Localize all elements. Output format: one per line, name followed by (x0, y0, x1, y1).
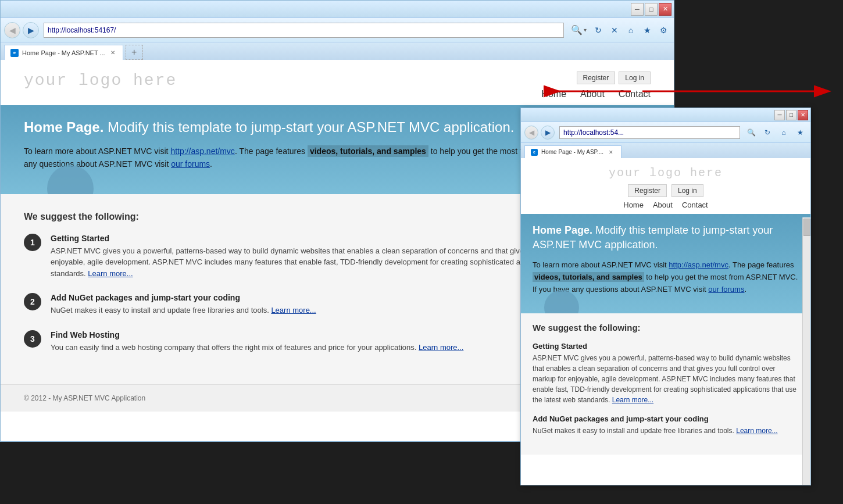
second-back-button[interactable]: ◀ (524, 126, 538, 140)
nav-links: Home About Contact (541, 89, 651, 99)
second-suggestion-2: Add NuGet packages and jump-start your c… (533, 414, 799, 436)
second-hero-highlight: videos, tutorials, and samples (533, 272, 644, 282)
second-search-wrap: 🔍 (745, 128, 758, 137)
second-asp-mvc-link[interactable]: http://asp.net/mvc (669, 260, 728, 269)
hero-body1: To learn more about ASP.NET MVC visit (24, 146, 170, 156)
suggestion-3-title: Find Web Hosting (51, 330, 463, 339)
scrollbar-thumb[interactable] (803, 219, 810, 236)
second-suggestions-section: We suggest the following: Getting Starte… (521, 313, 810, 455)
second-nav-contact[interactable]: Contact (682, 201, 708, 209)
second-close-button[interactable]: ✕ (798, 110, 808, 120)
favorites-icon[interactable]: ★ (640, 23, 654, 37)
settings-icon[interactable]: ⚙ (656, 23, 670, 37)
second-hero-section: Home Page. Modify this template to jump-… (521, 214, 810, 313)
stop-icon[interactable]: ✕ (608, 23, 621, 37)
second-tab-bar: e Home Page - My ASP.... ✕ (521, 143, 810, 158)
second-favorites-icon[interactable]: ★ (793, 126, 807, 140)
nav-contact[interactable]: Contact (619, 89, 651, 99)
close-button[interactable]: ✕ (659, 3, 671, 16)
second-toolbar: ◀ ▶ http://localhost:54... 🔍 ↻ ⌂ ★ (521, 122, 810, 143)
second-hero-title: Home Page. Modify this template to jump-… (533, 223, 799, 252)
nav-about[interactable]: About (580, 89, 605, 99)
second-forward-button[interactable]: ▶ (541, 126, 555, 140)
tab-favicon: e (10, 49, 19, 57)
second-nav-about[interactable]: About (653, 201, 673, 209)
second-asp-page: your logo here Register Log in Home Abou… (521, 158, 810, 485)
tab-title: Home Page - My ASP.NET ... (22, 49, 105, 56)
second-scrollbar[interactable] (802, 217, 810, 485)
second-titlebar: ─ □ ✕ (521, 108, 810, 122)
asp-mvc-link[interactable]: http://asp.net/mvc (170, 146, 235, 156)
address-text: http://localhost:54167/ (48, 26, 116, 34)
hero-title-rest: Modify this template to jump-start your … (108, 119, 514, 135)
toolbar-icons: ↻ ✕ ⌂ ★ ⚙ (591, 23, 670, 37)
second-tab-title: Home Page - My ASP.... (541, 149, 603, 155)
page-header: your logo here Register Log in Home Abou… (1, 60, 674, 105)
suggestion-2-title: Add NuGet packages and jump-start your c… (51, 293, 316, 302)
second-hero-body: To learn more about ASP.NET MVC visit ht… (533, 259, 799, 295)
hero-title-bold: Home Page. (24, 119, 103, 135)
second-address-text: http://localhost:54... (563, 128, 624, 137)
search-bar-wrap: 🔍 ▾ (569, 24, 589, 35)
search-dropdown-icon[interactable]: ▾ (584, 27, 587, 33)
hero-body4: . (210, 159, 212, 169)
refresh-icon[interactable]: ↻ (591, 23, 605, 37)
learn-more-3[interactable]: Learn more... (419, 343, 463, 352)
second-refresh-icon[interactable]: ↻ (760, 126, 774, 140)
second-suggestion-1: Getting Started ASP.NET MVC gives you a … (533, 342, 799, 405)
maximize-button[interactable]: □ (645, 3, 658, 16)
active-tab[interactable]: e Home Page - My ASP.NET ... ✕ (4, 45, 123, 60)
hero-highlight: videos, tutorials, and samples (308, 145, 428, 157)
second-page-header: your logo here Register Log in Home Abou… (521, 158, 810, 214)
learn-more-1[interactable]: Learn more... (88, 269, 133, 278)
second-hero-body4: . (744, 285, 746, 294)
second-home-icon[interactable]: ⌂ (777, 126, 791, 140)
register-button[interactable]: Register (577, 72, 616, 84)
minimize-icon: ─ (635, 6, 640, 13)
step-3-number: 3 (24, 330, 41, 348)
second-learn-more-1[interactable]: Learn more... (612, 396, 653, 404)
second-register-button[interactable]: Register (628, 184, 667, 197)
second-suggestion-2-text: NuGet makes it easy to install and updat… (533, 426, 799, 436)
second-learn-more-2[interactable]: Learn more... (736, 427, 777, 435)
tab-close-button[interactable]: ✕ (109, 49, 117, 57)
new-tab-button[interactable]: + (126, 45, 143, 60)
forward-icon: ▶ (28, 26, 34, 35)
second-hero-body1: To learn more about ASP.NET MVC visit (533, 260, 669, 269)
home-nav-icon[interactable]: ⌂ (624, 23, 638, 37)
second-page-content: your logo here Register Log in Home Abou… (521, 158, 810, 485)
step-1-number: 1 (24, 234, 41, 251)
second-login-button[interactable]: Log in (671, 184, 703, 197)
main-tab-bar: e Home Page - My ASP.NET ... ✕ + (1, 42, 674, 60)
second-active-tab[interactable]: e Home Page - My ASP.... ✕ (524, 145, 621, 158)
logo: your logo here (24, 72, 177, 90)
second-nav-links: Home About Contact (623, 201, 708, 209)
second-forums-link[interactable]: our forums (708, 285, 744, 294)
learn-more-2[interactable]: Learn more... (271, 306, 316, 314)
second-minimize-button[interactable]: ─ (774, 110, 785, 120)
address-bar[interactable]: http://localhost:54167/ (44, 23, 564, 38)
second-tab-close[interactable]: ✕ (607, 148, 615, 156)
back-icon: ◀ (9, 26, 16, 35)
suggestion-3-content: Find Web Hosting You can easily find a w… (51, 330, 463, 353)
forward-button[interactable]: ▶ (23, 22, 39, 38)
second-content-wrapper: your logo here Register Log in Home Abou… (521, 158, 810, 485)
second-toolbar-icons: ↻ ⌂ ★ (760, 126, 807, 140)
second-suggestion-1-text: ASP.NET MVC gives you a powerful, patter… (533, 353, 799, 405)
main-toolbar: ◀ ▶ http://localhost:54167/ 🔍 ▾ ↻ ✕ ⌂ ★ … (1, 18, 674, 42)
second-tab-favicon: e (531, 149, 538, 156)
back-button[interactable]: ◀ (4, 22, 20, 38)
login-button[interactable]: Log in (619, 72, 651, 84)
step-2-number: 2 (24, 293, 41, 310)
second-maximize-button[interactable]: □ (786, 110, 796, 120)
nav-home[interactable]: Home (541, 89, 566, 99)
search-icon: 🔍 (571, 24, 583, 35)
second-auth-links: Register Log in (628, 184, 703, 197)
suggestion-3-text: You can easily find a web hosting compan… (51, 342, 463, 353)
minimize-button[interactable]: ─ (631, 3, 644, 16)
second-suggestions-title: We suggest the following: (533, 323, 799, 333)
second-hero-title-bold: Home Page. (533, 224, 592, 236)
second-nav-home[interactable]: Home (623, 201, 644, 209)
forums-link[interactable]: our forums (171, 159, 210, 169)
second-address-bar[interactable]: http://localhost:54... (559, 126, 740, 139)
